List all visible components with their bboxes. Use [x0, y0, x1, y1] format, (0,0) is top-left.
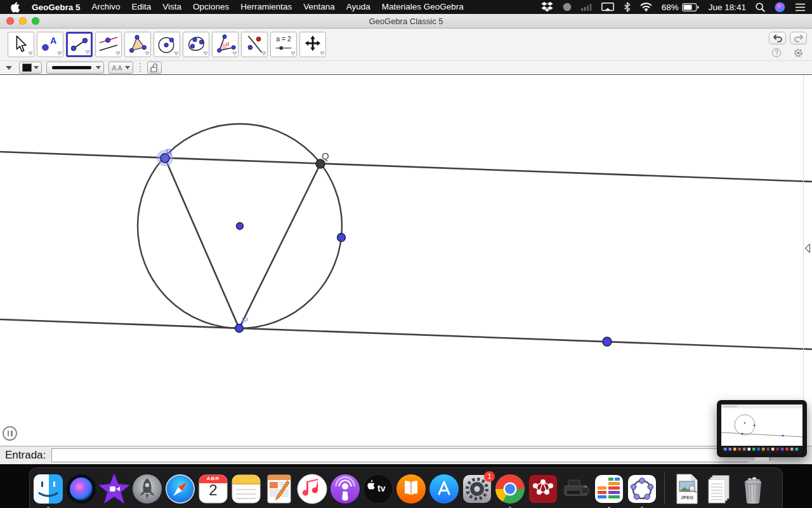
conic-through-points-tool[interactable] [183, 32, 209, 57]
screen-mirror-preview[interactable] [717, 400, 807, 464]
menu-app-name[interactable]: GeoGebra 5 [26, 3, 86, 12]
point-unlabeled-4[interactable] [337, 234, 346, 242]
tool-dropdown-arrow-icon[interactable] [261, 51, 266, 56]
menu-status-area: 68%Jue 18:41 [541, 2, 806, 13]
redo-button[interactable] [790, 32, 807, 44]
menu-item-ayuda[interactable]: Ayuda [341, 0, 376, 14]
menu-item-edita[interactable]: Edita [126, 0, 157, 14]
notification-list-icon[interactable] [795, 3, 806, 11]
menu-item-archivo[interactable]: Archivo [86, 0, 126, 14]
dock-chrome-icon[interactable] [494, 473, 526, 505]
dock-mendeley-icon[interactable] [527, 473, 559, 505]
tool-dropdown-arrow-icon[interactable] [145, 51, 150, 56]
point-tool[interactable]: A [37, 32, 63, 57]
dock-geogebra-icon[interactable] [626, 473, 658, 505]
dock-podcasts-icon[interactable] [329, 473, 361, 505]
dock-app-store-icon[interactable] [428, 473, 460, 505]
point-unlabeled-5[interactable] [603, 337, 612, 346]
status-dot-icon[interactable] [563, 3, 572, 11]
dock-calendar-icon[interactable]: ABR2 [197, 473, 229, 505]
dock-trash-icon[interactable] [737, 473, 769, 505]
menu-clock[interactable]: Jue 18:41 [709, 3, 746, 12]
dock-siri-icon[interactable] [65, 473, 97, 505]
menu-item-vista[interactable]: Vista [157, 0, 187, 14]
reflect-about-line-tool[interactable] [241, 32, 268, 57]
wifi-icon[interactable] [640, 3, 652, 11]
menu-item-herramientas[interactable]: Herramientas [235, 0, 298, 14]
dock-safari-icon[interactable] [164, 473, 196, 505]
tool-dropdown-arrow-icon[interactable] [57, 51, 62, 56]
notification-badge: 1 [484, 471, 495, 482]
line-through-two-points-tool-selected[interactable] [66, 32, 93, 57]
point-label-Q[interactable]: Q [322, 150, 329, 161]
window-controls [6, 17, 39, 25]
point-unlabeled-3[interactable] [237, 223, 244, 230]
preferences-gear-icon[interactable] [794, 48, 803, 60]
display-mirroring-icon[interactable] [601, 3, 614, 11]
tool-dropdown-arrow-icon[interactable] [232, 51, 237, 56]
cellular-bars-icon[interactable] [581, 3, 592, 11]
zoom-window-button[interactable] [32, 17, 39, 25]
dock-documents-icon[interactable] [704, 473, 736, 505]
window-title-bar[interactable]: GeoGebra Classic 5 [0, 14, 812, 29]
stylebar-collapse-button[interactable] [3, 66, 15, 70]
menu-item-opciones[interactable]: Opciones [187, 0, 235, 14]
tool-dropdown-arrow-icon[interactable] [115, 51, 121, 56]
move-tool[interactable] [8, 32, 34, 57]
tool-dropdown-arrow-icon[interactable] [174, 51, 179, 56]
desktop-strip: ABR2tv1JPEG [0, 464, 812, 508]
undo-button[interactable] [769, 32, 786, 44]
slider-tool[interactable]: a = 2 [270, 32, 297, 57]
menu-item-materiales-geogebra[interactable]: Materiales GeoGebra [376, 0, 469, 14]
dock-pages-icon[interactable] [263, 473, 295, 505]
tool-dropdown-arrow-icon[interactable] [203, 51, 208, 56]
bluetooth-icon[interactable] [624, 2, 631, 12]
line-through-R-Q[interactable] [0, 152, 812, 182]
help-icon[interactable]: ? [772, 48, 781, 57]
polygon-tool[interactable] [124, 32, 151, 57]
apple-menu[interactable] [6, 1, 26, 13]
dock-music-blocks-icon[interactable] [593, 473, 625, 505]
label-style-dropdown[interactable]: AA [108, 62, 133, 74]
color-dropdown[interactable] [19, 62, 42, 74]
tool-dropdown-arrow-icon[interactable] [320, 51, 325, 56]
dock-finder-icon[interactable] [32, 473, 64, 505]
pause-animation-button[interactable] [3, 426, 17, 441]
line-style-dropdown[interactable] [46, 62, 104, 74]
graphics-view[interactable]: RQP [0, 74, 812, 446]
minimize-window-button[interactable] [19, 17, 27, 25]
dock-books-icon[interactable] [395, 473, 427, 505]
dock-printer-icon[interactable] [560, 473, 592, 505]
parallel-line-tool[interactable] [95, 32, 122, 57]
unlocked-padlock-icon [150, 63, 159, 72]
angle-tool[interactable]: α [212, 32, 239, 57]
spotlight-search-icon[interactable] [756, 3, 765, 12]
open-sidebar-arrow[interactable] [804, 243, 811, 256]
circle-center-point-tool[interactable] [154, 32, 180, 57]
dock-apple-tv-icon[interactable]: tv [362, 473, 394, 505]
tool-dropdown-arrow-icon[interactable] [291, 51, 296, 56]
svg-text:α: α [226, 40, 230, 47]
dock-notes-icon[interactable] [230, 473, 262, 505]
dock-music-icon[interactable] [296, 473, 328, 505]
dock-jpeg-file-icon[interactable]: JPEG [671, 473, 703, 505]
tool-dropdown-arrow-icon[interactable] [85, 50, 90, 55]
tool-dropdown-arrow-icon[interactable] [28, 51, 33, 56]
point-label-P[interactable]: P [242, 315, 248, 326]
battery-status[interactable]: 68% [662, 3, 699, 12]
undo-icon [773, 34, 783, 43]
tangent-line-through-P[interactable] [0, 319, 812, 349]
segment-R-P[interactable] [165, 158, 239, 328]
lock-object-button[interactable] [147, 62, 162, 74]
dock-launchpad-icon[interactable] [131, 473, 163, 505]
point-label-R[interactable]: R [166, 147, 173, 157]
dropbox-icon[interactable] [541, 2, 553, 12]
menu-item-ventana[interactable]: Ventana [298, 0, 341, 14]
dock-imovie-icon[interactable] [98, 473, 130, 505]
move-graphics-view-tool[interactable] [299, 32, 326, 57]
algebra-input-field[interactable] [51, 448, 770, 462]
segment-Q-P[interactable] [239, 164, 320, 328]
close-window-button[interactable] [6, 17, 14, 25]
dock-system-preferences-icon[interactable]: 1 [461, 473, 493, 505]
siri-icon[interactable] [775, 2, 785, 13]
